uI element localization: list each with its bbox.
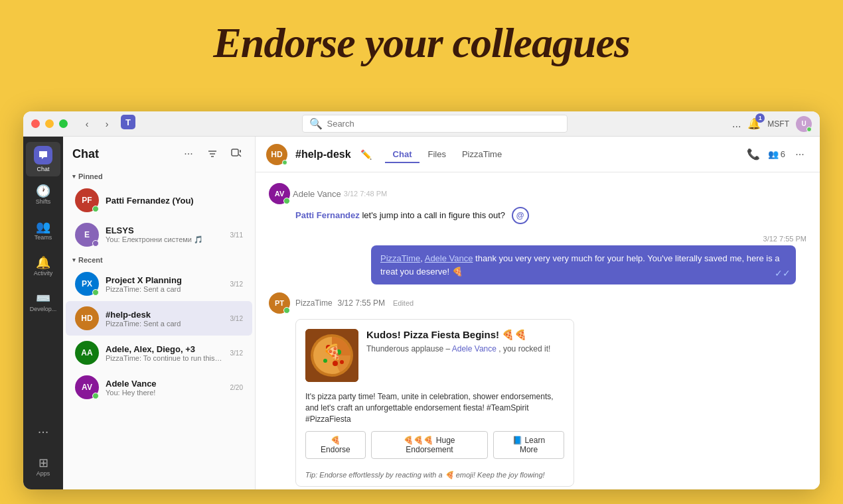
status-badge	[283, 307, 290, 314]
minimize-button[interactable]	[45, 119, 54, 128]
message-edited-label: Edited	[393, 299, 414, 307]
sidebar-item-shifts[interactable]: 🕐 Shifts	[26, 178, 60, 212]
status-badge	[283, 198, 290, 204]
checkmark-icon: ✓✓	[775, 267, 791, 281]
sidebar-item-more[interactable]: ···	[26, 414, 60, 448]
chat-main-area: HD #help-desk ✏️ Chat Files PizzaTime 📞 …	[256, 137, 820, 489]
close-button[interactable]	[31, 119, 40, 128]
chat-time: 2/20	[230, 384, 243, 391]
avatar: E	[75, 223, 99, 247]
svg-point-16	[340, 360, 344, 364]
more-menu-button[interactable]: ···	[179, 145, 198, 163]
kudos-tip: Tip: Endorse effortlessly by reacting wi…	[296, 467, 574, 486]
kudos-card: 🍕 Kudos! Pizza Fiesta Begins! 🍕🍕 Thunder…	[295, 319, 574, 487]
chat-name: Adele, Alex, Diego, +3	[106, 344, 224, 354]
status-badge	[92, 289, 99, 296]
apps-icon: ⊞	[38, 457, 48, 469]
chat-info: Adele, Alex, Diego, +3 PizzaTime: To con…	[106, 344, 224, 362]
avatar: AV	[269, 183, 290, 204]
list-item[interactable]: AA Adele, Alex, Diego, +3 PizzaTime: To …	[66, 336, 252, 370]
chat-info: Adele Vance You: Hey there!	[106, 379, 224, 397]
filter-button[interactable]	[203, 145, 222, 163]
sidebar-label-shifts: Shifts	[36, 198, 51, 205]
members-icon: 👥	[768, 149, 779, 159]
channel-status-dot	[282, 160, 287, 165]
more-options-button[interactable]: ...	[732, 118, 741, 130]
sidebar-item-activity[interactable]: 🔔 Activity	[26, 249, 60, 284]
tab-pizzatime[interactable]: PizzaTime	[454, 147, 510, 163]
huge-endorsement-button[interactable]: 🍕🍕🍕 Huge Endorsement	[371, 431, 488, 459]
call-button[interactable]: 📞	[744, 145, 763, 164]
page-headline: Endorse your colleagues	[0, 0, 843, 82]
chat-list-panel: Chat ··· ▾ Pinned PF	[63, 137, 256, 489]
main-area: Chat 🕐 Shifts 👥 Teams 🔔 Activity ⌨️ Deve…	[23, 137, 820, 489]
mention-link[interactable]: Patti Fernandez	[295, 210, 360, 220]
at-mention-button[interactable]: @	[512, 207, 529, 224]
chat-preview: PizzaTime: Sent a card	[106, 320, 224, 328]
chat-time: 3/12	[230, 349, 243, 357]
chat-name: Adele Vance	[106, 379, 224, 389]
chat-panel-title: Chat	[72, 147, 99, 161]
avatar: AA	[75, 341, 99, 365]
avatar: PT	[269, 292, 290, 314]
recent-chevron-icon: ▾	[72, 257, 76, 263]
pizzatime-mention[interactable]: PizzaTime	[380, 253, 420, 263]
kudos-adele-link[interactable]: Adele Vance	[452, 344, 497, 353]
chat-preview: PizzaTime: To continue to run this bot, …	[106, 354, 224, 362]
channel-more-button[interactable]: ···	[791, 145, 809, 164]
online-status-dot	[806, 127, 812, 132]
forward-button[interactable]: ›	[98, 117, 115, 131]
compose-button[interactable]	[227, 145, 246, 163]
adele-mention[interactable]: Adele Vance	[425, 253, 473, 263]
nav-buttons: ‹ ›	[78, 117, 115, 131]
search-box[interactable]: 🔍	[302, 115, 568, 133]
teams-icon: 👥	[36, 221, 50, 233]
learn-more-button[interactable]: 📘 Learn More	[493, 431, 564, 459]
sidebar-item-teams[interactable]: 👥 Teams	[26, 214, 60, 248]
message-header: PT PizzaTime 3/12 7:55 PM Edited	[269, 292, 806, 314]
title-bar: ‹ › T 🔍 ... 🔔 1 MSFT U	[23, 111, 820, 137]
list-item[interactable]: PF Patti Fernandez (You)	[66, 183, 252, 218]
avatar: PF	[75, 188, 99, 212]
chat-icon	[34, 146, 52, 164]
sidebar-item-apps[interactable]: ⊞ Apps	[26, 450, 60, 484]
chat-name: ELSYS	[106, 225, 224, 235]
tab-files[interactable]: Files	[420, 147, 453, 163]
user-avatar[interactable]: U	[796, 116, 812, 132]
endorse-button[interactable]: 🍕 Endorse	[305, 431, 366, 459]
message-sender: PizzaTime	[295, 298, 333, 308]
messages-area: AV Adele Vance 3/12 7:48 PM Patti Fernan…	[256, 172, 820, 489]
list-item[interactable]: AV Adele Vance You: Hey there! 2/20	[66, 370, 252, 405]
sidebar-item-chat[interactable]: Chat	[26, 142, 60, 176]
kudos-card-header: 🍕 Kudos! Pizza Fiesta Begins! 🍕🍕 Thunder…	[296, 320, 574, 391]
message-group: 3/12 7:55 PM PizzaTime, Adele Vance than…	[269, 235, 806, 287]
kudos-title: Kudos! Pizza Fiesta Begins! 🍕🍕	[366, 329, 550, 341]
bubble-wrapper: PizzaTime, Adele Vance thank you very ve…	[269, 245, 801, 287]
teams-logo-icon: T	[121, 115, 135, 133]
chat-preview: PizzaTime: Sent a card	[106, 285, 224, 293]
message-header: AV Adele Vance 3/12 7:48 PM	[269, 183, 806, 204]
tab-chat[interactable]: Chat	[385, 147, 420, 163]
chat-panel-header: Chat ···	[63, 137, 255, 168]
channel-tabs: Chat Files PizzaTime	[385, 146, 510, 162]
search-input[interactable]	[327, 119, 560, 129]
kudos-card-text: Kudos! Pizza Fiesta Begins! 🍕🍕 Thunderou…	[366, 329, 550, 382]
title-bar-actions: ... 🔔 1 MSFT U	[732, 116, 812, 132]
sidebar-item-developer[interactable]: ⌨️ Develop...	[26, 285, 60, 320]
sidebar-label-chat: Chat	[37, 166, 49, 172]
notification-bell[interactable]: 🔔 1	[747, 117, 761, 130]
message-group: AV Adele Vance 3/12 7:48 PM Patti Fernan…	[269, 183, 806, 224]
channel-avatar: HD	[266, 144, 287, 165]
avatar: PX	[75, 272, 99, 296]
members-count[interactable]: 👥 6	[768, 149, 785, 159]
list-item[interactable]: HD #help-desk PizzaTime: Sent a card 3/1…	[66, 301, 252, 336]
sidebar-label-apps: Apps	[37, 470, 50, 477]
edit-channel-icon[interactable]: ✏️	[360, 149, 372, 160]
back-button[interactable]: ‹	[78, 117, 96, 131]
maximize-button[interactable]	[59, 119, 68, 128]
channel-actions: 📞 👥 6 ···	[744, 145, 809, 164]
chat-info: #help-desk PizzaTime: Sent a card	[106, 310, 224, 328]
list-item[interactable]: E ELSYS You: Електронни системи 🎵 3/11	[66, 218, 252, 252]
list-item[interactable]: PX Project X Planning PizzaTime: Sent a …	[66, 267, 252, 301]
kudos-subtitle: Thunderous applause – Adele Vance , you …	[366, 344, 550, 355]
